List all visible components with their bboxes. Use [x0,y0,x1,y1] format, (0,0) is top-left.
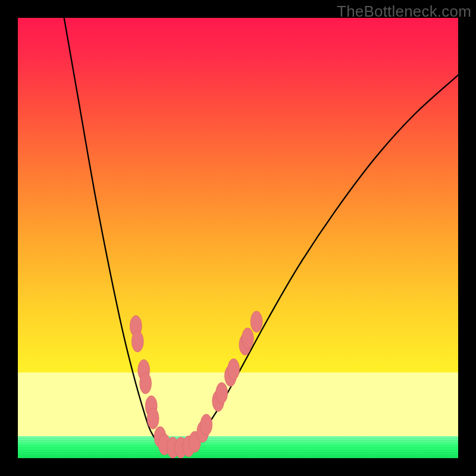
data-marker [131,331,143,352]
data-marker [147,408,159,430]
plot-area [18,18,458,458]
data-marker [140,372,152,394]
data-marker [242,328,253,349]
data-marker [216,383,228,404]
curve-layer [18,18,458,458]
data-marker [201,414,212,436]
watermark-text: TheBottleneck.com [337,2,471,21]
chart-frame: TheBottleneck.com [0,0,476,476]
bottleneck-curve [64,18,458,448]
data-marker [250,311,262,333]
data-marker [228,359,240,380]
